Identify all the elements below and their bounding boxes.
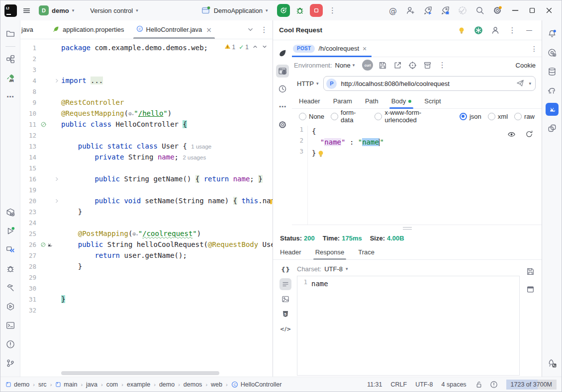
tab-header[interactable]: Header	[299, 94, 320, 108]
curl-icon[interactable]: curl	[362, 59, 374, 71]
tab-body[interactable]: Body	[391, 94, 412, 108]
radio-circle-icon[interactable]	[331, 113, 338, 120]
debug-icon[interactable]	[293, 4, 306, 17]
bug-icon[interactable]	[4, 262, 17, 275]
run-dot-icon[interactable]	[4, 225, 17, 237]
response-tab-response[interactable]: Response	[315, 245, 345, 259]
hamburger-menu-icon[interactable]	[20, 4, 33, 17]
radio-none[interactable]: None	[299, 113, 324, 120]
radio-raw[interactable]: raw	[514, 113, 535, 120]
run-icon[interactable]	[277, 4, 290, 17]
tab-param[interactable]: Param	[333, 94, 352, 108]
indent-style[interactable]: 4 spaces	[442, 381, 467, 388]
breadcrumb-hellocontroller[interactable]: CHelloController	[231, 381, 282, 388]
spring-bean-and-coolrequest-icon[interactable]	[40, 241, 52, 248]
line-ending[interactable]: CRLF	[390, 381, 407, 388]
breadcrumb-demo[interactable]: demo	[5, 381, 29, 388]
tab-java[interactable]: java	[20, 20, 46, 39]
endpoints-icon[interactable]	[4, 243, 17, 256]
tab-hellocontroller-java[interactable]: CHelloController.java×	[130, 20, 218, 39]
bell-icon[interactable]	[546, 27, 559, 40]
mapping-globe-icon[interactable]: ⊕▾	[128, 110, 134, 117]
radio-circle-icon[interactable]	[299, 113, 306, 120]
kebab-icon[interactable]: ⋮	[531, 45, 538, 53]
file-encoding[interactable]: UTF-8	[415, 381, 433, 388]
win-min-icon[interactable]	[507, 3, 524, 18]
breadcrumb-src[interactable]: src	[38, 381, 47, 388]
chev-dn-icon[interactable]	[244, 23, 257, 36]
jr-icon[interactable]: JR	[4, 72, 17, 84]
stop-icon[interactable]	[310, 4, 323, 17]
kebab-icon[interactable]: ⋮	[258, 23, 271, 36]
kebab-icon[interactable]: ⋮	[436, 59, 448, 71]
splitter[interactable]	[273, 225, 542, 231]
rocket-terminal-icon[interactable]	[546, 357, 559, 370]
cookie-button[interactable]: Cookie	[516, 62, 536, 69]
breadcrumb-example[interactable]: example	[127, 381, 150, 388]
lock-open-icon[interactable]	[475, 381, 483, 389]
minus-icon[interactable]: —	[523, 24, 536, 37]
python-icon[interactable]	[546, 122, 559, 135]
response-editor[interactable]: 1 name	[297, 276, 520, 376]
run-config-widget[interactable]: DemoApplication ▾	[198, 4, 271, 17]
response-tab-header[interactable]: Header	[280, 245, 301, 259]
terminal-icon[interactable]	[4, 319, 17, 332]
radio-circle-icon[interactable]	[514, 113, 522, 120]
openai-icon[interactable]	[472, 24, 485, 37]
hammer-icon[interactable]	[4, 281, 17, 294]
search-icon[interactable]	[473, 4, 486, 17]
radio-circle-icon[interactable]	[375, 113, 382, 120]
leaf-icon[interactable]	[276, 47, 289, 60]
git-icon[interactable]	[4, 357, 17, 370]
target-icon[interactable]	[406, 59, 418, 71]
clock-icon[interactable]	[276, 82, 289, 95]
braces-icon[interactable]: {}	[280, 263, 291, 275]
chevron-down-icon[interactable]: ▾	[353, 63, 355, 68]
browser-icon[interactable]	[276, 65, 289, 78]
radio-circle-icon[interactable]	[488, 113, 495, 120]
intention-bulb-icon[interactable]	[317, 150, 325, 157]
horizontal-scrollbar[interactable]	[61, 371, 219, 375]
spring-bean-icon[interactable]	[40, 121, 52, 128]
lines-icon[interactable]	[280, 278, 291, 290]
floppy-icon[interactable]	[524, 265, 537, 278]
code-editor[interactable]: 1 ✓ 1 1package com.example.demo.demos.we…	[20, 39, 273, 377]
profiler-debug-icon[interactable]	[439, 4, 452, 17]
project-widget[interactable]: D demo ▾	[36, 4, 77, 17]
kebab-icon[interactable]: ⋮	[506, 24, 519, 37]
win-close-icon[interactable]	[541, 3, 558, 18]
html5-icon[interactable]: 5	[280, 308, 291, 320]
structure-icon[interactable]	[4, 53, 17, 66]
folder-icon[interactable]	[4, 27, 17, 40]
profiler-run-icon[interactable]	[421, 4, 434, 17]
radio-x-www-form-urlencoded[interactable]: x-www-form-urlencoded	[375, 109, 453, 124]
breadcrumb-demos[interactable]: demos	[184, 381, 202, 388]
radio-form-data[interactable]: form-data	[331, 109, 368, 124]
vcs-widget[interactable]: Version control ▾	[87, 5, 141, 16]
response-tab-trace[interactable]: Trace	[358, 245, 375, 259]
charset-value[interactable]: UTF-8	[324, 265, 343, 273]
problems-icon[interactable]	[4, 338, 17, 351]
archive-icon[interactable]	[421, 59, 433, 71]
breadcrumb-java[interactable]: java	[86, 381, 97, 388]
at-icon[interactable]: @	[386, 4, 399, 17]
settings-icon[interactable]	[491, 4, 504, 17]
window-icon[interactable]	[524, 283, 537, 296]
export-icon[interactable]	[391, 59, 403, 71]
bulb-icon[interactable]	[455, 24, 468, 37]
inspection-widget[interactable]: 1 ✓ 1	[224, 43, 268, 51]
fold-arrow-icon[interactable]	[52, 198, 61, 204]
person-icon[interactable]	[489, 24, 502, 37]
services-icon[interactable]	[4, 300, 17, 313]
elephant-icon[interactable]	[546, 84, 559, 97]
more-h-icon[interactable]: ⋯	[4, 90, 17, 103]
body-json-editor[interactable]: 123 { "name" : "name"}	[292, 124, 542, 225]
cat-icon[interactable]	[546, 103, 559, 116]
save-icon[interactable]	[376, 59, 388, 71]
breadcrumb-web[interactable]: web	[211, 381, 222, 388]
breadcrumb-com[interactable]: com	[106, 381, 118, 388]
fold-arrow-icon[interactable]	[52, 78, 61, 84]
chevron-down-icon[interactable]: ▾	[529, 81, 531, 86]
tab-script[interactable]: Script	[424, 94, 441, 108]
eye-icon[interactable]	[505, 128, 518, 141]
